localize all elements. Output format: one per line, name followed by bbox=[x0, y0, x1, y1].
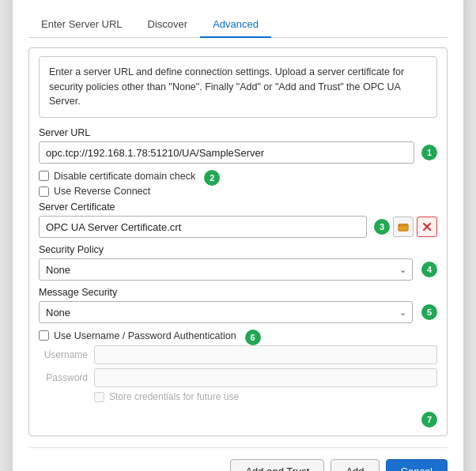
dialog-title: Add OPC UA Server bbox=[28, 0, 448, 2]
server-cert-row: 3 bbox=[39, 216, 437, 238]
use-reverse-label: Use Reverse Connect bbox=[54, 186, 150, 197]
disable-cert-label: Disable certificate domain check bbox=[54, 171, 195, 182]
tab-discover[interactable]: Discover bbox=[135, 13, 201, 38]
username-label: Username bbox=[39, 349, 88, 360]
password-row: Password bbox=[39, 368, 437, 387]
password-label: Password bbox=[39, 372, 88, 383]
tab-advanced[interactable]: Advanced bbox=[200, 13, 271, 38]
username-row: Username bbox=[39, 345, 437, 364]
badge-5: 5 bbox=[421, 304, 437, 320]
auth-checkbox-container: Use Username / Password Authentication bbox=[39, 330, 236, 341]
server-cert-input[interactable] bbox=[39, 216, 367, 238]
disable-cert-checkbox-row: Disable certificate domain check bbox=[39, 171, 195, 182]
server-url-input[interactable] bbox=[39, 141, 414, 164]
security-policy-select[interactable]: None Basic128Rsa15 Basic256 Basic256Sha2… bbox=[39, 258, 413, 281]
security-policy-select-row: None Basic128Rsa15 Basic256 Basic256Sha2… bbox=[39, 258, 413, 281]
content-area: Enter a server URL and define connection… bbox=[28, 47, 448, 436]
password-input[interactable] bbox=[94, 368, 437, 387]
message-security-label: Message Security bbox=[39, 287, 437, 298]
server-url-row: 1 bbox=[39, 141, 437, 164]
dialog-footer: Add and Trust Add Cancel bbox=[28, 447, 448, 471]
add-and-trust-button[interactable]: Add and Trust bbox=[230, 459, 324, 471]
use-reverse-checkbox[interactable] bbox=[39, 187, 49, 197]
server-url-label: Server URL bbox=[39, 127, 437, 138]
badge-3: 3 bbox=[374, 219, 390, 235]
disable-cert-row: Disable certificate domain check 2 bbox=[39, 170, 437, 186]
store-credentials-label: Store credentials for future use bbox=[109, 391, 239, 402]
server-cert-label: Server Certificate bbox=[39, 202, 437, 213]
tab-bar: Enter Server URL Discover Advanced bbox=[28, 13, 448, 38]
tab-enter-server-url[interactable]: Enter Server URL bbox=[28, 13, 135, 38]
browse-cert-button[interactable] bbox=[393, 217, 414, 237]
disable-cert-checkbox[interactable] bbox=[39, 171, 49, 181]
add-button[interactable]: Add bbox=[331, 459, 379, 471]
security-policy-row: None Basic128Rsa15 Basic256 Basic256Sha2… bbox=[39, 258, 437, 281]
cancel-button[interactable]: Cancel bbox=[386, 459, 448, 471]
auth-checkbox-row: Use Username / Password Authentication 6 bbox=[39, 330, 437, 345]
badge-2: 2 bbox=[204, 170, 220, 186]
message-security-select[interactable]: None Sign SignAndEncrypt bbox=[39, 301, 413, 323]
store-credentials-row: Store credentials for future use bbox=[39, 391, 437, 402]
badge-6: 6 bbox=[245, 330, 261, 345]
message-security-select-row: None Sign SignAndEncrypt ⌄ bbox=[39, 301, 413, 323]
security-policy-label: Security Policy bbox=[39, 244, 437, 255]
store-credentials-checkbox[interactable] bbox=[94, 392, 104, 402]
auth-label: Use Username / Password Authentication bbox=[54, 330, 236, 341]
badge-1: 1 bbox=[421, 145, 437, 160]
username-input[interactable] bbox=[94, 345, 437, 364]
bottom-badge-row: 7 bbox=[39, 412, 437, 428]
auth-checkbox[interactable] bbox=[39, 330, 49, 341]
folder-icon bbox=[398, 221, 409, 232]
message-security-row: None Sign SignAndEncrypt ⌄ 5 bbox=[39, 301, 437, 323]
use-reverse-row: Use Reverse Connect bbox=[39, 186, 437, 197]
clear-cert-button[interactable] bbox=[417, 217, 437, 237]
badge-4: 4 bbox=[421, 262, 437, 277]
info-text: Enter a server URL and define connection… bbox=[39, 56, 437, 118]
badge-7: 7 bbox=[421, 412, 437, 428]
dialog: Add OPC UA Server Enter Server URL Disco… bbox=[13, 0, 463, 471]
close-icon bbox=[422, 222, 432, 232]
